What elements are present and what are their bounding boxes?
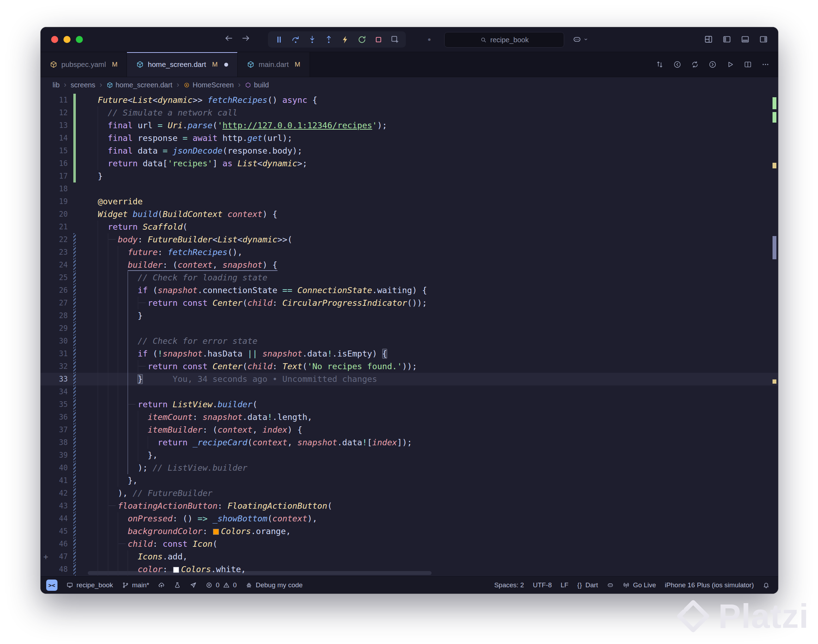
nav-forward-button[interactable] <box>708 60 717 69</box>
step-into-button[interactable] <box>305 33 319 46</box>
code-line-44[interactable]: 44 onPressed: () => _showBottom(context)… <box>40 512 778 525</box>
code-line-47[interactable]: +47 Icons.add, <box>40 550 778 563</box>
pause-button[interactable] <box>272 33 286 46</box>
code-line-30[interactable]: 30 // Check for error state <box>40 335 778 347</box>
code-line-18[interactable]: 18 <box>40 182 778 195</box>
panel-left-button[interactable] <box>722 35 732 44</box>
code-line-39[interactable]: 39 }, <box>40 449 778 462</box>
remote-indicator[interactable]: >< <box>46 580 57 591</box>
sync-button[interactable] <box>691 60 699 69</box>
breadcrumb-item-HomeScreen[interactable]: HomeScreen <box>183 81 234 89</box>
debug-status-item[interactable]: Debug my code <box>245 581 303 589</box>
code-line-24[interactable]: 24 builder: (context, snapshot) { <box>40 259 778 271</box>
indentation-item[interactable]: Spaces: 2 <box>494 581 524 589</box>
code-line-12[interactable]: 12 // Simulate a network call <box>40 106 778 119</box>
inspector-button[interactable] <box>388 33 401 46</box>
step-out-button[interactable] <box>322 33 335 46</box>
restart-button[interactable] <box>355 33 369 46</box>
code-line-32[interactable]: 32 return const Center(child: Text('No r… <box>40 360 778 373</box>
breadcrumb-item-screens[interactable]: screens <box>71 81 95 89</box>
beaker-icon <box>174 582 181 589</box>
code-line-38[interactable]: 38 return _recipeCard(context, snapshot.… <box>40 436 778 449</box>
panel-right-button[interactable] <box>759 35 768 44</box>
device-item[interactable]: iPhone 16 Plus (ios simulator) <box>665 581 754 589</box>
git-branch-item[interactable]: main* <box>122 581 149 589</box>
go-live-item[interactable]: Go Live <box>623 581 656 589</box>
minimize-button[interactable] <box>63 36 71 43</box>
layout-grid-button[interactable] <box>704 35 713 44</box>
send-item[interactable] <box>190 582 197 589</box>
copilot-menu[interactable] <box>572 35 589 44</box>
code-line-31[interactable]: 31 if (!snapshot.hasData || snapshot.dat… <box>40 347 778 360</box>
close-button[interactable] <box>51 36 58 43</box>
code-line-25[interactable]: 25 // Check for loading state <box>40 271 778 284</box>
project-item[interactable]: recipe_book <box>66 581 113 589</box>
git-change-indicator <box>73 170 76 182</box>
code-editor[interactable]: 11 Future<List<dynamic>> fetchRecipes() … <box>40 92 778 577</box>
encoding-item[interactable]: UTF-8 <box>533 581 552 589</box>
panel-bottom-button[interactable] <box>740 35 750 44</box>
code-line-46[interactable]: 46 child: const Icon( <box>40 538 778 550</box>
eol-item[interactable]: LF <box>561 581 568 589</box>
status-bar: ><recipe_bookmain*00Debug my code Spaces… <box>40 577 778 593</box>
zoom-button[interactable] <box>76 36 83 43</box>
nav-back-button[interactable] <box>673 60 681 69</box>
breadcrumb-item-lib[interactable]: lib <box>52 81 60 89</box>
code-line-41[interactable]: 41 }, <box>40 474 778 487</box>
run-button[interactable] <box>726 60 735 69</box>
dirty-indicator[interactable] <box>224 63 228 67</box>
tests-item[interactable] <box>174 582 181 589</box>
status-label: LF <box>561 581 568 589</box>
forward-button[interactable] <box>241 34 251 43</box>
code-line-37[interactable]: 37 itemBuilder: (context, index) { <box>40 423 778 436</box>
code-line-13[interactable]: 13 final url = Uri.parse('http://127.0.0… <box>40 119 778 132</box>
code-line-19[interactable]: 19 @override <box>40 195 778 208</box>
code-line-27[interactable]: 27 return const Center(child: CircularPr… <box>40 297 778 309</box>
tab-main.dart[interactable]: main.dartM <box>238 52 309 77</box>
copilot-status-item[interactable] <box>607 582 614 589</box>
code-line-42[interactable]: 42 ), // FutureBuilder <box>40 487 778 500</box>
hot-reload-button[interactable] <box>338 33 352 46</box>
git-change-indicator <box>73 462 76 474</box>
code-line-45[interactable]: 45 backgroundColor: Colors.orange, <box>40 525 778 538</box>
git-change-indicator <box>73 474 76 487</box>
code-line-15[interactable]: 15 final data = jsonDecode(response.body… <box>40 144 778 157</box>
split-button[interactable] <box>744 60 752 69</box>
code-line-40[interactable]: 40 ); // ListView.builder <box>40 462 778 474</box>
forward-icon <box>241 34 251 43</box>
code-line-23[interactable]: 23 future: fetchRecipes(), <box>40 246 778 259</box>
tab-pubspec.yaml[interactable]: pubspec.yamlM <box>40 52 127 77</box>
toolbar-overflow-dot[interactable]: • <box>428 27 431 52</box>
code-line-26[interactable]: 26 if (snapshot.connectionState == Conne… <box>40 284 778 297</box>
code-line-35[interactable]: 35 return ListView.builder( <box>40 398 778 411</box>
code-line-17[interactable]: 17 } <box>40 170 778 182</box>
code-line-11[interactable]: 11 Future<List<dynamic>> fetchRecipes() … <box>40 94 778 106</box>
line-number: 43 <box>51 500 68 512</box>
code-line-29[interactable]: 29 <box>40 322 778 335</box>
code-line-34[interactable]: 34 <box>40 385 778 398</box>
tab-home_screen.dart[interactable]: home_screen.dartM <box>127 52 238 77</box>
gutter-margin <box>40 373 51 385</box>
code-line-28[interactable]: 28 } <box>40 309 778 322</box>
code-line-21[interactable]: 21 return Scaffold( <box>40 221 778 233</box>
code-line-20[interactable]: 20 Widget build(BuildContext context) { <box>40 208 778 221</box>
breadcrumb-item-build[interactable]: build <box>245 81 269 89</box>
command-center-search[interactable]: recipe_book <box>444 32 564 48</box>
more-button[interactable] <box>761 60 770 69</box>
breadcrumb-item-home_screen.dart[interactable]: home_screen.dart <box>106 81 172 89</box>
compare-button[interactable] <box>655 60 664 69</box>
code-line-14[interactable]: 14 final response = await http.get(url); <box>40 132 778 144</box>
code-line-16[interactable]: 16 return data['recipes'] as List<dynami… <box>40 157 778 170</box>
stop-button[interactable] <box>372 33 385 46</box>
language-item[interactable]: {}Dart <box>577 581 598 589</box>
publish-item[interactable] <box>158 582 165 589</box>
gutter-plus-icon[interactable]: + <box>40 550 51 563</box>
code-line-33[interactable]: 33 }You, 34 seconds ago • Uncommitted ch… <box>40 373 778 385</box>
notifications-item[interactable] <box>763 582 770 589</box>
code-line-22[interactable]: 22 body: FutureBuilder<List<dynamic>>( <box>40 233 778 246</box>
problems-item[interactable]: 00 <box>206 581 237 589</box>
step-over-button[interactable] <box>289 33 302 46</box>
back-button[interactable] <box>224 34 234 43</box>
code-line-36[interactable]: 36 itemCount: snapshot.data!.length, <box>40 411 778 423</box>
code-line-43[interactable]: 43 floatingActionButton: FloatingActionB… <box>40 500 778 512</box>
